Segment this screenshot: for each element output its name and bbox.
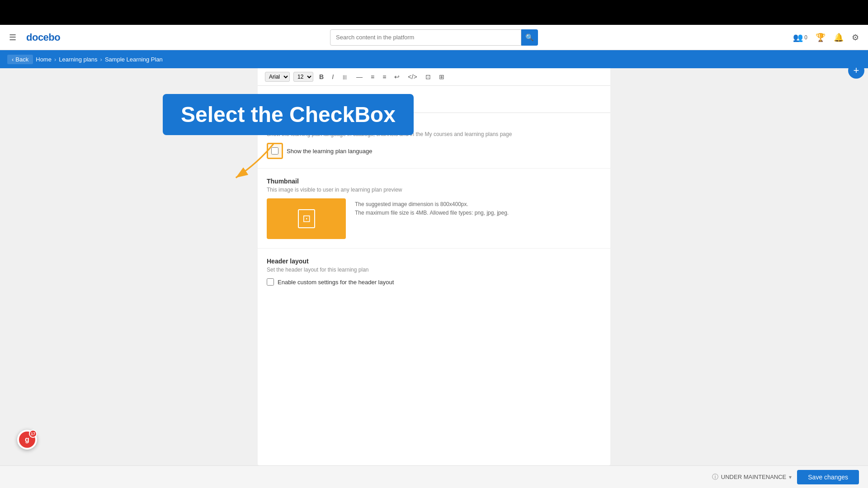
thumbnail-info-line2: The maximum file size is 4MB. Allowed fi… [355,209,509,217]
dropdown-arrow-icon: ▾ [789,474,792,480]
thumbnail-image-box[interactable]: ⊡ [267,198,346,239]
breadcrumb-section[interactable]: Learning plans [59,56,97,63]
image-btn[interactable]: ⊡ [423,72,433,81]
font-size-select[interactable]: 12 [293,72,313,82]
back-label: Back [15,56,28,63]
description-text: This is a short description for Sample L… [265,93,400,100]
table-btn[interactable]: ⊞ [437,72,447,81]
main-content: Arial 12 B I ⫼ — ≡ ≡ ↩ </> ⊡ ⊞ This is a… [0,68,868,465]
header-layout-description: Set the header layout for this learning … [267,267,601,273]
user-group-icon: 👥 [793,33,803,42]
grammarly-button[interactable]: g 17 [17,430,37,450]
maintenance-badge[interactable]: ⓘ UNDER MAINTENANCE ▾ [712,473,792,481]
language-checkbox[interactable] [271,147,278,155]
list2-btn[interactable]: ≡ [380,72,388,81]
grammarly-badge: 17 [29,430,37,438]
header-layout-checkbox[interactable] [267,278,274,286]
footer: ⓘ UNDER MAINTENANCE ▾ Save changes [0,465,868,488]
language-description: Show the learning plan language in catal… [267,131,601,137]
grammarly-letter: g [25,436,29,444]
thumbnail-title: Thumbnail [267,178,601,185]
thumbnail-icon: ⊡ [298,209,315,228]
breadcrumb-home[interactable]: Home [36,56,52,63]
code-btn[interactable]: </> [406,72,419,81]
save-changes-button[interactable]: Save changes [797,470,859,484]
thumbnail-info: The suggested image dimension is 800x400… [355,198,509,217]
language-checkbox-row: Show the learning plan language [267,143,601,159]
language-title: Language [267,122,601,129]
search-icon: 🔍 [525,33,534,42]
users-icon[interactable]: 👥 0 [793,33,807,42]
thumbnail-upload-area: ⊡ The suggested image dimension is 800x4… [267,198,601,239]
bold-btn[interactable]: B [317,72,326,81]
app-logo: docebo [26,32,60,43]
header-layout-checkbox-label: Enable custom settings for the header la… [278,279,394,286]
italic-btn[interactable]: I [330,72,336,81]
plus-icon: + [854,65,859,76]
search-container: 🔍 [330,29,538,46]
breadcrumb-sep-2: › [100,56,102,63]
font-family-select[interactable]: Arial [265,72,290,82]
hamburger-icon[interactable]: ☰ [9,33,16,42]
plus-button[interactable]: + [848,62,864,79]
breadcrumb: ‹ Back Home › Learning plans › Sample Le… [0,50,868,68]
notification-icon[interactable]: 🔔 [834,33,844,42]
breadcrumb-current: Sample Learning Plan [105,56,163,63]
thumbnail-description: This image is visible to user in any lea… [267,187,601,193]
language-checkbox-label: Show the learning plan language [287,148,372,155]
header-right: 👥 0 🏆 🔔 ⚙ [793,33,859,42]
search-button[interactable]: 🔍 [521,29,538,46]
description-area[interactable]: This is a short description for Sample L… [258,86,610,113]
columns-btn[interactable]: ⫼ [340,72,350,81]
language-section: Language Show the learning plan language… [258,113,610,169]
info-icon: ⓘ [712,473,718,481]
settings-icon[interactable]: ⚙ [852,33,859,42]
breadcrumb-sep-1: › [54,56,56,63]
list-btn[interactable]: ≡ [368,72,377,81]
thumbnail-section: Thumbnail This image is visible to user … [258,169,610,249]
search-input[interactable] [330,29,521,46]
maintenance-label: UNDER MAINTENANCE [721,474,786,480]
header-layout-title: Header layout [267,258,601,265]
undo-btn[interactable]: ↩ [392,72,402,81]
editor-toolbar: Arial 12 B I ⫼ — ≡ ≡ ↩ </> ⊡ ⊞ [258,68,610,86]
user-count: 0 [804,34,807,41]
thumbnail-info-line1: The suggested image dimension is 800x400… [355,200,509,209]
back-button[interactable]: ‹ Back [7,55,33,64]
rule-btn[interactable]: — [354,72,365,81]
content-card: Arial 12 B I ⫼ — ≡ ≡ ↩ </> ⊡ ⊞ This is a… [258,68,610,465]
header-layout-section: Header layout Set the header layout for … [258,249,610,295]
app-header: ☰ docebo 🔍 👥 0 🏆 🔔 ⚙ [0,25,868,50]
back-arrow-icon: ‹ [12,56,14,63]
logo-area: ☰ docebo [9,32,60,43]
language-checkbox-wrapper[interactable] [267,143,283,159]
trophy-icon[interactable]: 🏆 [816,33,826,42]
header-layout-checkbox-row: Enable custom settings for the header la… [267,278,601,286]
grammarly-icon: g 17 [19,432,35,448]
